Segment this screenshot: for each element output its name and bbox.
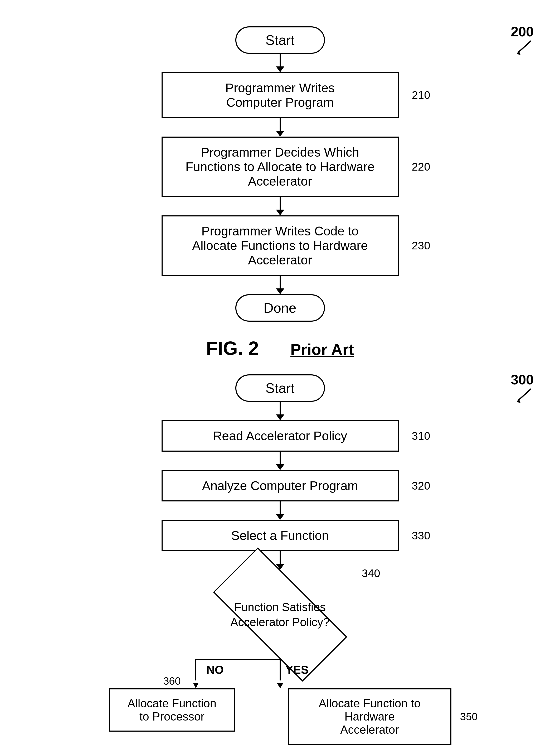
fig2-arrow-icon	[515, 40, 534, 56]
fig2-ref-number: 200	[511, 24, 534, 40]
fig2-start: Start	[235, 26, 325, 54]
fig2-title: FIG. 2	[206, 338, 259, 359]
fig3-step330-label: 330	[412, 529, 430, 542]
fig3-right-branch: Allocate Function to Hardware Accelerato…	[288, 688, 451, 745]
fig2-step220-wrapper: Programmer Decides Which Functions to Al…	[161, 136, 399, 197]
fig3-start: Start	[235, 374, 325, 402]
svg-text:YES: YES	[285, 663, 309, 676]
fig3-step320-wrapper: Analyze Computer Program 320	[161, 470, 399, 501]
fig3-start-wrapper: Start	[235, 374, 325, 402]
fig3-step320-label: 320	[412, 479, 430, 492]
svg-marker-11	[277, 683, 283, 688]
fig3-step350: Allocate Function to Hardware Accelerato…	[288, 688, 451, 745]
fig3-arrow-2	[276, 452, 284, 470]
fig3-arrow-3	[276, 501, 284, 520]
fig3-container: 300 Start Read Accelerator Policy 310	[0, 364, 560, 749]
fig3-step350-num: 350	[460, 711, 478, 723]
fig3-step310: Read Accelerator Policy	[161, 420, 399, 452]
fig2-arrow-2	[276, 118, 284, 136]
fig2-arrow-4	[276, 276, 284, 294]
svg-line-0	[518, 41, 531, 53]
fig2-step220: Programmer Decides Which Functions to Al…	[161, 136, 399, 197]
svg-text:NO: NO	[206, 663, 224, 676]
fig2-arrow-1	[276, 54, 284, 72]
fig2-step230-label: 230	[412, 239, 430, 252]
prior-art-label: Prior Art	[290, 340, 354, 359]
fig2-step220-label: 220	[412, 160, 430, 173]
fig2-step230: Programmer Writes Code to Allocate Funct…	[161, 215, 399, 276]
fig3-step310-wrapper: Read Accelerator Policy 310	[161, 420, 399, 452]
fig2-step210: Programmer Writes Computer Program	[161, 72, 399, 118]
page: 200 Start Programmer Writes Computer Pro…	[0, 0, 560, 749]
fig3-left-branch: 360 Allocate Function to Processor	[109, 688, 235, 732]
fig3-branch-area: NO YES 360	[96, 659, 465, 749]
fig2-done-wrapper: Done	[235, 294, 325, 322]
fig2-step230-wrapper: Programmer Writes Code to Allocate Funct…	[161, 215, 399, 276]
fig3-arrow-1	[276, 402, 284, 420]
fig2-start-wrapper: Start	[235, 26, 325, 54]
fig2-step210-wrapper: Programmer Writes Computer Program 210	[161, 72, 399, 118]
fig3-step330: Select a Function	[161, 520, 399, 551]
fig3-flowchart: Start Read Accelerator Policy 310 Analyz…	[0, 364, 560, 749]
fig3-step320: Analyze Computer Program	[161, 470, 399, 501]
svg-marker-7	[193, 683, 198, 688]
fig2-arrow-3	[276, 197, 284, 215]
fig3-step360: Allocate Function to Processor	[109, 688, 235, 732]
fig2-flowchart: Start Programmer Writes Computer Program…	[0, 16, 560, 359]
fig2-done: Done	[235, 294, 325, 322]
fig2-container: 200 Start Programmer Writes Computer Pro…	[0, 16, 560, 359]
svg-line-2	[518, 389, 531, 401]
fig3-diamond-label: 340	[362, 567, 380, 580]
fig3-step330-wrapper: Select a Function 330	[161, 520, 399, 551]
fig3-step310-label: 310	[412, 430, 430, 442]
fig2-step210-label: 210	[412, 89, 430, 102]
fig3-step360-num: 360	[163, 675, 181, 687]
fig3-arrow-icon	[515, 388, 534, 403]
fig3-ref-number: 300	[511, 372, 534, 388]
